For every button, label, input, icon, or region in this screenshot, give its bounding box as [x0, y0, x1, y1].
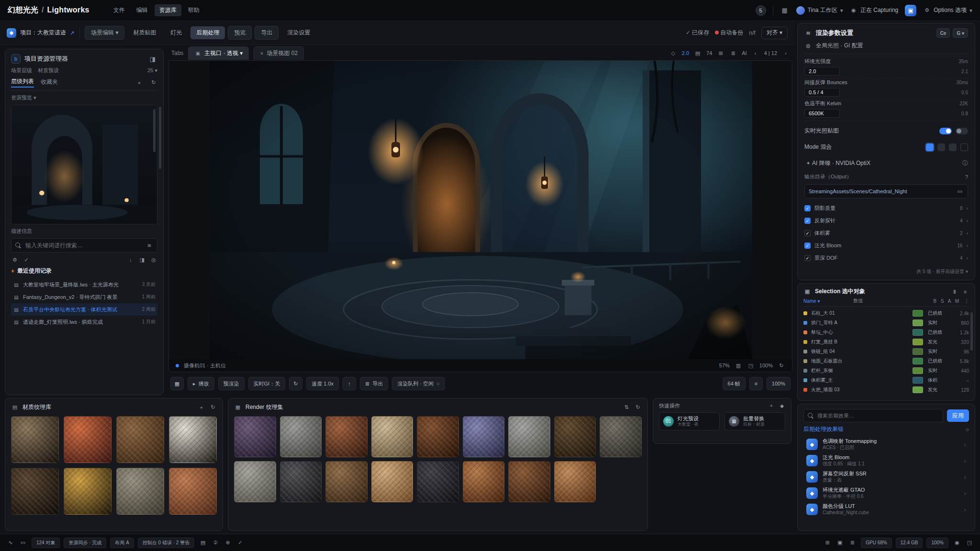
param-value[interactable]: 2.0	[804, 67, 840, 76]
texture-swatch[interactable]	[508, 461, 550, 502]
selection-row[interactable]: 栏杆_东侧 实时 440	[803, 366, 969, 375]
param-row[interactable]: 间接反弹 Bounces30ms 0.5 / 40.5	[804, 79, 968, 100]
external-link-icon[interactable]: ↗	[70, 30, 75, 36]
list-icon[interactable]: ≣	[729, 49, 737, 57]
layout-grid-button[interactable]: ▦	[170, 377, 184, 390]
preview-label[interactable]: 资源预览 ▾	[11, 94, 36, 101]
selection-row[interactable]: 体积雾_主 体积 –	[803, 375, 969, 385]
bell-icon[interactable]: ◉	[953, 539, 961, 547]
add-icon[interactable]: +	[198, 404, 205, 411]
checkbox-icon[interactable]: ✓	[804, 205, 811, 211]
texture-swatch[interactable]	[64, 416, 111, 463]
prev-frame-icon[interactable]: ‹	[752, 49, 759, 57]
checklist-row[interactable]: ✓ 阴影质量 8 ›	[804, 202, 968, 215]
tab-hierarchy-list[interactable]: 层级列表	[11, 77, 34, 88]
import-icon[interactable]: ↓	[127, 256, 134, 264]
folder-icon[interactable]: ▭	[19, 539, 27, 547]
add-icon[interactable]: +	[135, 79, 143, 87]
recent-item[interactable]: ▤ 大教堂地牢场景_最终版.lws · 主光源布光 3 天前	[11, 278, 157, 291]
effect-item[interactable]: ◆ 环境光遮蔽 GTAO 半分辨率 · 半径 0.6 ›	[803, 485, 969, 501]
subtab-presets[interactable]: 材质预设	[38, 67, 59, 74]
texture-swatch[interactable]	[371, 416, 413, 457]
camera-name[interactable]: 摄像机01 · 主机位	[184, 362, 226, 369]
collapse-icon[interactable]: ○	[966, 426, 969, 433]
effect-item[interactable]: ◆ 屏幕空间反射 SSR 质量：高 ›	[803, 469, 969, 485]
param-row[interactable]: 环境光强度35m 2.02.1	[804, 58, 968, 79]
asset-preview-thumbnail[interactable]	[11, 105, 157, 224]
close-icon[interactable]: ×	[260, 50, 263, 57]
texture-swatch[interactable]	[417, 461, 459, 502]
effect-item[interactable]: ◆ 色调映射 Tonemapping ACES · 已启用 ›	[803, 436, 969, 452]
ribbon-tab[interactable]: 后期处理	[190, 26, 225, 39]
texture-swatch[interactable]	[554, 461, 596, 502]
effects-search-input[interactable]	[817, 413, 939, 419]
selection-row[interactable]: 祭坛_中心 已烘焙 1.2k	[803, 328, 969, 337]
selection-row[interactable]: 石柱_大 01 已烘焙 2.4k	[803, 309, 969, 318]
info-icon[interactable]: ⓘ	[962, 159, 968, 167]
texture-swatch[interactable]	[169, 468, 217, 515]
prerender-button[interactable]: 预渲染	[218, 377, 245, 390]
backup-indicator[interactable]: 自动备份	[715, 29, 743, 37]
target-icon[interactable]: ◎	[150, 256, 157, 264]
advanced-settings-link[interactable]: 共 5 项 · 展开高级设置 ▾	[804, 268, 968, 275]
texture-swatch[interactable]	[11, 468, 59, 515]
recent-item[interactable]: ▤ 石质平台中央祭坛布光方案 · 体积光测试 2 周前	[11, 303, 157, 316]
sort-icon[interactable]: ⇅	[623, 404, 630, 411]
subtab-hierarchy[interactable]: 场景层级	[11, 67, 32, 74]
menu-item[interactable]: 编辑	[132, 4, 153, 16]
ribbon-tab[interactable]: 场景编辑 ▾	[85, 26, 124, 40]
layers-icon[interactable]: ▤	[694, 49, 702, 57]
tab-favorites[interactable]: 收藏夹	[41, 78, 58, 87]
histogram-icon[interactable]: ▥	[735, 362, 742, 369]
waveform-icon[interactable]: ∿	[7, 539, 14, 547]
project-badge[interactable]: ◆ 项目：大教堂遗迹 ↗	[7, 28, 80, 38]
menu-button[interactable]: ≡	[749, 377, 763, 390]
texture-swatch[interactable]	[280, 461, 322, 502]
render-queue-button[interactable]: 渲染队列 · 空闲○	[392, 377, 445, 390]
param-value[interactable]: 6500K	[804, 109, 840, 118]
workspace-app-icon[interactable]: ▣	[905, 5, 916, 16]
list-icon[interactable]: ≡	[961, 288, 969, 296]
column-meta[interactable]: 数值	[853, 298, 863, 304]
menu-item[interactable]: 资源库	[155, 4, 181, 16]
next-frame-icon[interactable]: ›	[782, 49, 790, 57]
align-button[interactable]: 对齐 ▾	[761, 27, 788, 39]
checkbox-icon[interactable]: ✓	[804, 242, 811, 249]
denoise-row[interactable]: ✦ AI 降噪 · NVIDIA OptiX ⓘ	[804, 157, 968, 170]
effect-item[interactable]: ◆ 颜色分级 LUT Cathedral_Night.cube ›	[803, 501, 969, 518]
status-chip[interactable]: 124 对象	[32, 538, 60, 548]
checkbox-icon[interactable]: ✓	[804, 255, 811, 261]
folder-icon[interactable]: ▭	[956, 187, 964, 195]
capture-status[interactable]: ◉ 正在 Capturing	[850, 6, 898, 14]
recent-item[interactable]: ▤ Fantasy_Dungeon_v2 · 哥特式拱门 夜景 1 周前	[11, 291, 157, 303]
column-name[interactable]: Name ▾	[803, 298, 820, 304]
loop-button[interactable]: ↻	[289, 377, 302, 390]
filter-icon[interactable]: ≋	[145, 242, 153, 249]
selection-row[interactable]: 铁链_组 04 实时 96	[803, 347, 969, 356]
texture-swatch[interactable]	[463, 461, 505, 502]
plus-icon[interactable]: +	[11, 268, 14, 275]
selection-row[interactable]: 地面_石板圆台 已烘焙 5.8k	[803, 356, 969, 366]
check-icon[interactable]: ✓	[236, 539, 244, 547]
checkbox-icon[interactable]: ✓	[804, 218, 811, 224]
ai-toggle[interactable]: AI	[742, 50, 746, 56]
speed-button[interactable]: 速度 1.0x	[306, 377, 339, 390]
texture-swatch[interactable]	[234, 416, 276, 457]
texture-swatch[interactable]	[371, 461, 413, 502]
notification-badge[interactable]: 5	[756, 5, 766, 16]
refresh-icon[interactable]: ↻	[209, 404, 217, 411]
texture-swatch[interactable]	[64, 468, 111, 515]
checklist-row[interactable]: ✓ 泛光 Bloom 16 ›	[804, 240, 968, 252]
mode-chip-custom[interactable]	[960, 143, 968, 151]
apply-button[interactable]: 应用	[947, 409, 969, 422]
selection-scrollbar[interactable]	[970, 312, 973, 351]
selection-row[interactable]: 拱门_哥特 A 实时 860	[803, 318, 969, 328]
options-menu[interactable]: ⚙ Options 选项 ▾	[923, 6, 972, 14]
texture-swatch[interactable]	[280, 416, 322, 457]
mode-chip-blue[interactable]	[926, 143, 934, 151]
split-view-icon[interactable]: ◨	[138, 256, 146, 264]
menu-item[interactable]: 文件	[109, 4, 130, 16]
viewport-tab-main[interactable]: ▣ 主视口 · 透视 ▾	[188, 46, 249, 60]
ribbon-tab[interactable]: 渲染设置	[281, 26, 316, 39]
add-icon[interactable]: +	[768, 403, 775, 409]
